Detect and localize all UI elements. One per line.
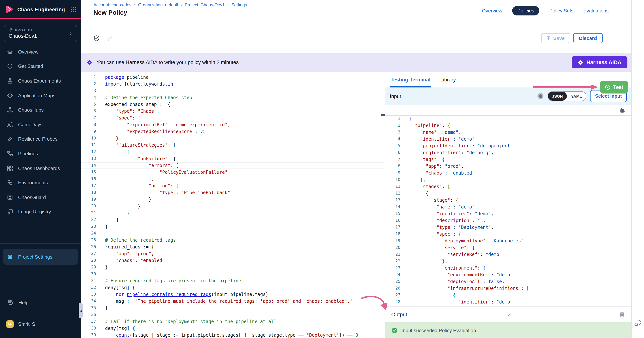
prettify-icon[interactable] (537, 93, 544, 100)
tab-evaluations[interactable]: Evaluations (583, 8, 608, 14)
policy-nav: OverviewPoliciesPolicy SetsEvaluations (482, 6, 608, 16)
format-json-option[interactable]: JSON (548, 92, 567, 101)
testing-terminal-panel: Testing TerminalLibrary Test Input JSON (385, 72, 631, 338)
sidebar-item-overview[interactable]: Overview (0, 45, 81, 59)
code-line: 39 count([stage | stage := input.pipelin… (81, 332, 385, 338)
code-line: 29} (81, 264, 385, 271)
sidebar-item-project-settings[interactable]: Project Settings (3, 249, 78, 265)
breadcrumb-item[interactable]: Account: chaos-dev (94, 3, 132, 7)
code-line: 28 "chaos": "enabled" (81, 257, 385, 264)
sidebar-item-label: ChaosHubs (18, 107, 44, 113)
copy-icon[interactable] (620, 107, 626, 114)
module-grid-icon[interactable] (71, 7, 76, 12)
policy-code-editor[interactable]: 1package pipeline2import future.keywords… (81, 72, 385, 338)
breadcrumb-item[interactable]: Settings (232, 3, 247, 7)
code-line: 20 } (81, 203, 385, 210)
code-line: 10 }, (81, 135, 385, 142)
code-line: 1{ (385, 115, 631, 122)
sidebar-item-get-started[interactable]: Get Started (0, 59, 81, 74)
discard-button[interactable]: Discard (574, 33, 602, 43)
code-line: 14 "errors": [ (81, 162, 385, 169)
code-line: 30 (81, 271, 385, 277)
editor-split: 1package pipeline2import future.keywords… (81, 72, 631, 338)
sidebar-item-chaos-dashboards[interactable]: Chaos Dashboards (0, 161, 81, 175)
breadcrumb-item[interactable]: Organization: default (138, 3, 178, 7)
code-line: 9 "chaos": "enabled" (385, 170, 631, 176)
sidebar-item-label: GameDays (18, 122, 42, 127)
get-started-icon (7, 63, 13, 70)
sidebar-divider (0, 243, 81, 244)
code-line: 15 "identifier": "demo", (385, 210, 631, 217)
code-line: 7 "tags": { (385, 156, 631, 163)
project-selector[interactable]: PROJECT Chaos-Dev1 (4, 25, 77, 42)
tab-overview[interactable]: Overview (482, 8, 502, 14)
sidebar-collapse-handle[interactable]: ◀ (79, 303, 83, 318)
aida-banner-text: You can use Harness AIDA to write your p… (96, 59, 238, 65)
right-rail (631, 0, 644, 338)
code-line: 21 } (81, 210, 385, 216)
code-line: 18 "spec": { (385, 231, 631, 237)
sidebar-item-pipelines[interactable]: Pipelines (0, 146, 81, 161)
sidebar-header: Chaos Engineering (0, 0, 81, 18)
sidebar-item-chaosguard[interactable]: ChaosGuard (0, 190, 81, 205)
home-icon (7, 49, 13, 55)
trash-icon[interactable] (619, 311, 625, 317)
edit-pencil-icon[interactable] (107, 35, 113, 42)
test-button[interactable]: Test (600, 81, 628, 94)
code-line: 3 (81, 88, 385, 94)
sidebar-item-help[interactable]: ? Help (0, 297, 81, 308)
chevron-up-icon[interactable] (507, 311, 514, 318)
save-button[interactable]: Save (541, 33, 570, 43)
user-name: Smriti S (18, 321, 35, 327)
code-line: 18 "type": "PipelineRollback" (81, 189, 385, 196)
code-line: 5expected_chaos_step := { (81, 101, 385, 108)
sidebar-item-image-registry[interactable]: Image Registry (0, 205, 81, 219)
code-line: 24 "environmentRef": "demo", (385, 271, 631, 278)
sidebar: Chaos Engineering PROJECT Chaos-Dev1 Ove… (0, 0, 81, 338)
sidebar-item-label: Overview (18, 49, 38, 55)
tab-policies[interactable]: Policies (512, 6, 540, 16)
sidebar-item-label: Environments (18, 180, 48, 185)
input-section-header: Input JSON YAML Select Input (385, 88, 631, 105)
probe-icon (7, 136, 13, 142)
code-line: 13 "onFailure": { (81, 155, 385, 162)
tab-testing-terminal[interactable]: Testing Terminal (390, 72, 430, 88)
sidebar-item-label: Resilience Probes (18, 136, 58, 142)
breadcrumb-item[interactable]: Project: Chaos-Dev1 (185, 3, 225, 7)
input-code-editor[interactable]: 1{2 "pipeline": {3 "name": "demo",4 "ide… (385, 105, 631, 305)
code-line: 33 not pipeline_contains_required_tags(i… (81, 291, 385, 298)
format-yaml-option[interactable]: YAML (567, 92, 586, 101)
sidebar-item-chaoshubs[interactable]: ChaosHubs (0, 103, 81, 117)
users-icon (7, 121, 13, 128)
breadcrumb: Account: chaos-dev›Organization: default… (94, 3, 247, 7)
aida-sparkle-icon (86, 59, 93, 65)
input-title: Input (390, 93, 401, 99)
sidebar-item-label: Chaos Experiments (18, 78, 61, 84)
sidebar-item-gamedays[interactable]: GameDays (0, 117, 81, 132)
sidebar-item-label: Application Maps (18, 93, 55, 98)
annotation-arrow-test (532, 85, 598, 90)
sidebar-item-label: Project Settings (18, 254, 52, 260)
sidebar-item-chaos-experiments[interactable]: Chaos Experiments (0, 74, 81, 88)
code-line: 1package pipeline (81, 74, 385, 81)
code-line: 25 "deployToAll": false, (385, 278, 631, 285)
code-line: 4# Define the expected Chaos step (81, 94, 385, 101)
sidebar-item-label: ChaosGuard (18, 194, 46, 200)
sidebar-item-resilience-probes[interactable]: Resilience Probes (0, 132, 81, 146)
help-chat-icon: ? (7, 299, 14, 306)
shield-check-icon[interactable] (94, 35, 100, 42)
output-section-header: Output (385, 306, 631, 323)
upload-arrow-icon (546, 36, 551, 41)
harness-aida-button[interactable]: Harness AIDA (572, 56, 628, 68)
brand-accent-line (0, 18, 81, 19)
tab-policy-sets[interactable]: Policy Sets (549, 8, 574, 14)
sidebar-item-environments[interactable]: Environments (0, 175, 81, 190)
breadcrumb-separator: › (181, 3, 182, 7)
chevron-right-icon (68, 31, 73, 36)
feedback-chat-icon[interactable] (634, 318, 642, 327)
sidebar-item-application-maps[interactable]: Application Maps (0, 88, 81, 103)
user-menu[interactable]: SS Smriti S (0, 318, 81, 329)
code-line: 3 "name": "demo", (385, 129, 631, 136)
code-line: 27 { (385, 292, 631, 299)
tab-library[interactable]: Library (440, 72, 456, 88)
